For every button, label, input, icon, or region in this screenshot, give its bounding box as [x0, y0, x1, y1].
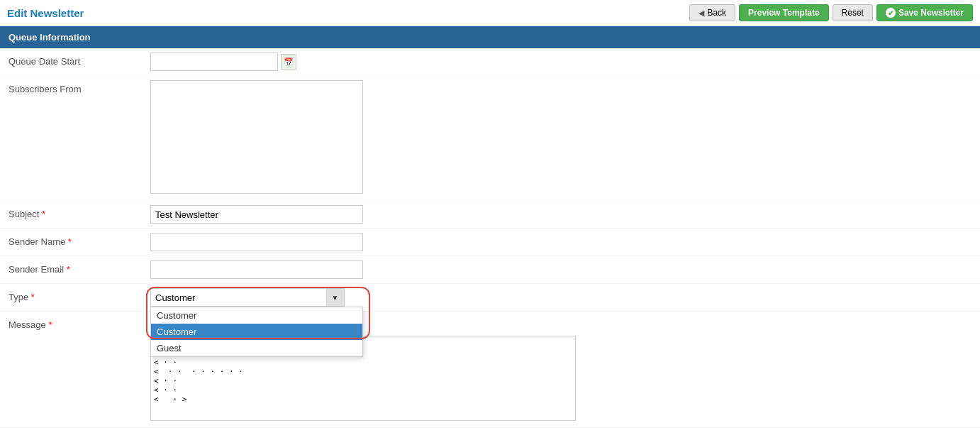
calendar-icon[interactable]: 📅	[281, 54, 296, 70]
type-row: Type * ▼ Customer Customer Guest	[0, 284, 980, 312]
sender-name-row: Sender Name *	[0, 229, 980, 256]
type-label: Type *	[9, 288, 150, 302]
back-button[interactable]: ◀ Back	[689, 4, 735, 21]
subscribers-from-field	[150, 80, 971, 196]
queue-date-start-row: Queue Date Start 📅	[0, 48, 980, 76]
subscribers-from-textarea[interactable]	[150, 80, 363, 194]
type-option-customer[interactable]: Customer	[151, 307, 362, 324]
subject-input[interactable]	[150, 205, 363, 224]
subscribers-from-label: Subscribers From	[9, 80, 150, 94]
queue-date-start-label: Queue Date Start	[9, 53, 150, 67]
subject-row: Subject *	[0, 201, 980, 229]
sender-email-field	[150, 260, 971, 279]
sender-email-label: Sender Email *	[9, 260, 150, 275]
message-required-star: *	[48, 319, 52, 330]
queue-information-section: Queue Information Queue Date Start 📅 Sub…	[0, 26, 980, 427]
reset-button[interactable]: Reset	[833, 4, 873, 21]
subject-field	[150, 205, 971, 224]
message-row: Message * 🖼 Insert Image... ⚙ Insert Var…	[0, 312, 980, 427]
sender-email-required-star: *	[67, 264, 70, 275]
sender-name-field	[150, 233, 971, 251]
sender-email-input[interactable]	[150, 260, 363, 279]
sender-name-required-star: *	[68, 236, 72, 247]
type-field: ▼ Customer Customer Guest	[150, 288, 971, 307]
preview-template-button[interactable]: Preview Template	[739, 4, 829, 21]
queue-date-start-input[interactable]	[150, 53, 278, 71]
section-header: Queue Information	[0, 26, 980, 48]
sender-name-label: Sender Name *	[9, 233, 150, 247]
subscribers-from-row: Subscribers From	[0, 76, 980, 201]
subject-label: Subject *	[9, 205, 150, 219]
type-required-star: *	[31, 292, 35, 302]
header-buttons: ◀ Back Preview Template Reset ✔ Save New…	[689, 4, 973, 21]
type-option-guest[interactable]: Guest	[151, 340, 362, 356]
back-arrow-icon: ◀	[698, 9, 704, 18]
save-newsletter-button[interactable]: ✔ Save Newsletter	[876, 4, 973, 21]
check-icon: ✔	[886, 8, 896, 18]
type-dropdown: Customer Customer Guest	[150, 307, 363, 357]
sender-email-row: Sender Email *	[0, 256, 980, 284]
page-header: Edit Newsletter ◀ Back Preview Template …	[0, 0, 980, 26]
type-select-wrap: ▼ Customer Customer Guest	[150, 288, 345, 307]
sender-name-input[interactable]	[150, 233, 363, 251]
queue-date-start-field: 📅	[150, 53, 971, 71]
type-option-customer-selected[interactable]: Customer	[151, 324, 362, 340]
page-title: Edit Newsletter	[7, 7, 84, 19]
type-select-display[interactable]	[150, 288, 345, 307]
message-label: Message *	[9, 316, 150, 330]
subject-required-star: *	[42, 209, 45, 219]
